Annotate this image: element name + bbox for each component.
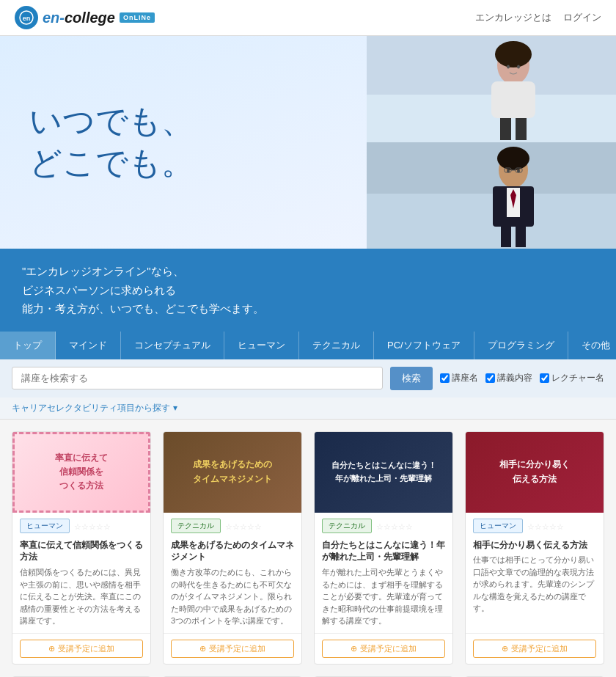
svg-rect-18 bbox=[516, 227, 526, 247]
header-nav: エンカレッジとは ログイン bbox=[475, 11, 601, 24]
logo-area: en en-college OnLINe bbox=[15, 6, 155, 29]
nav-tab-human[interactable]: ヒューマン bbox=[224, 332, 299, 359]
course-action-4: 受講予定に追加 bbox=[466, 633, 604, 664]
nav-tab-top[interactable]: トップ bbox=[0, 332, 56, 359]
hero-tagline: いつでも、 どこでも。 bbox=[29, 100, 337, 184]
course-desc-2: 働き方改革のためにも、これからの時代を生きるためにも不可欠なのがタイムマネジメン… bbox=[171, 566, 294, 627]
svg-rect-6 bbox=[500, 118, 511, 140]
course-thumb-text-4: 相手に分かり易く伝える方法 bbox=[499, 458, 570, 486]
course-badge-1: ヒューマン bbox=[20, 519, 70, 533]
search-option-lecture[interactable]: レクチャー名 bbox=[540, 372, 604, 384]
course-stars-3: ☆☆☆☆☆ bbox=[376, 522, 413, 532]
search-option-course[interactable]: 講座名 bbox=[440, 372, 478, 384]
hero-right bbox=[367, 36, 616, 249]
hero-image-woman bbox=[367, 36, 616, 142]
add-button-4[interactable]: 受講予定に追加 bbox=[473, 640, 596, 658]
nav-tab-mind[interactable]: マインド bbox=[56, 332, 121, 359]
course-body-4: ヒューマン ☆☆☆☆☆ 相手に分かり易く伝える方法 仕事では相手にとって分かり易… bbox=[466, 513, 604, 633]
hero-section: いつでも、 どこでも。 bbox=[0, 36, 616, 249]
svg-point-9 bbox=[507, 65, 510, 69]
svg-rect-17 bbox=[501, 227, 511, 247]
course-card-3: 自分たちとはこんなに違う！年が離れた上司・先輩理解 テクニカル ☆☆☆☆☆ 自分… bbox=[314, 431, 453, 665]
course-body-1: ヒューマン ☆☆☆☆☆ 率直に伝えて信頼関係をつくる方法 信頼関係をつくるために… bbox=[12, 513, 150, 633]
add-button-1[interactable]: 受講予定に追加 bbox=[20, 640, 143, 658]
banner-text: "エンカレッジオンライン"なら、 ビジネスパーソンに求められる 能力・考え方が、… bbox=[22, 262, 594, 318]
logo-icon: en bbox=[15, 6, 38, 29]
chevron-down-icon: ▾ bbox=[173, 403, 177, 413]
add-button-2[interactable]: 受講予定に追加 bbox=[171, 640, 294, 658]
course-thumb-text-2: 成果をあげるためのタイムマネジメント bbox=[193, 458, 272, 486]
course-desc-4: 仕事では相手にとって分かり易い口語や文章での論理的な表現方法が求められます。先輩… bbox=[473, 554, 596, 626]
course-stars-4: ☆☆☆☆☆ bbox=[527, 522, 564, 532]
career-filter[interactable]: キャリアセレクタビリティ項目から探す ▾ bbox=[0, 398, 616, 420]
course-card-1: 率直に伝えて信頼関係をつくる方法 ヒューマン ☆☆☆☆☆ 率直に伝えて信頼関係を… bbox=[12, 431, 151, 665]
course-body-2: テクニカル ☆☆☆☆☆ 成果をあげるためのタイムマネジメント 働き方改革のために… bbox=[164, 513, 301, 633]
svg-point-10 bbox=[517, 65, 520, 69]
search-option-content[interactable]: 講義内容 bbox=[485, 372, 532, 384]
course-badge-2: テクニカル bbox=[171, 519, 221, 533]
course-stars-1: ☆☆☆☆☆ bbox=[74, 522, 111, 532]
badge-row-1: ヒューマン ☆☆☆☆☆ bbox=[20, 519, 143, 536]
nav-tab-conceptual[interactable]: コンセプチュアル bbox=[121, 332, 224, 359]
course-thumb-text-1: 率直に伝えて信頼関係をつくる方法 bbox=[55, 451, 108, 494]
search-area: 検索 講座名 講義内容 レクチャー名 bbox=[0, 359, 616, 398]
course-title-3: 自分たちとはこんなに違う！年が離れた上司・先輩理解 bbox=[322, 539, 445, 564]
add-button-3[interactable]: 受講予定に追加 bbox=[322, 640, 445, 658]
search-input[interactable] bbox=[12, 367, 383, 389]
search-button[interactable]: 検索 bbox=[390, 367, 433, 390]
course-title-4: 相手に分かり易く伝える方法 bbox=[473, 539, 596, 552]
badge-row-2: テクニカル ☆☆☆☆☆ bbox=[171, 519, 294, 536]
course-thumb-1: 率直に伝えて信頼関係をつくる方法 bbox=[12, 432, 150, 513]
nav-tab-programming[interactable]: プログラミング bbox=[474, 332, 568, 359]
nav-tab-pc[interactable]: PC/ソフトウェア bbox=[374, 332, 474, 359]
career-filter-label: キャリアセレクタビリティ項目から探す bbox=[12, 402, 170, 414]
course-action-1: 受講予定に追加 bbox=[12, 633, 150, 664]
badge-row-4: ヒューマン ☆☆☆☆☆ bbox=[473, 519, 596, 536]
search-options: 講座名 講義内容 レクチャー名 bbox=[440, 372, 604, 384]
badge-row-3: テクニカル ☆☆☆☆☆ bbox=[322, 519, 445, 536]
svg-point-19 bbox=[497, 147, 529, 170]
course-title-2: 成果をあげるためのタイムマネジメント bbox=[171, 539, 294, 564]
nav-tab-technical[interactable]: テクニカル bbox=[299, 332, 374, 359]
hero-image-man bbox=[367, 142, 616, 249]
svg-point-8 bbox=[495, 41, 532, 67]
blue-banner: "エンカレッジオンライン"なら、 ビジネスパーソンに求められる 能力・考え方が、… bbox=[0, 249, 616, 332]
course-card-4: 相手に分かり易く伝える方法 ヒューマン ☆☆☆☆☆ 相手に分かり易く伝える方法 … bbox=[465, 431, 604, 665]
svg-rect-5 bbox=[491, 81, 535, 118]
header: en en-college OnLINe エンカレッジとは ログイン bbox=[0, 0, 616, 36]
course-badge-4: ヒューマン bbox=[473, 519, 523, 533]
course-thumb-2: 成果をあげるためのタイムマネジメント bbox=[164, 432, 301, 513]
nav-tab-other[interactable]: その他 bbox=[568, 332, 616, 359]
course-badge-3: テクニカル bbox=[322, 519, 372, 533]
nav-tabs: トップ マインド コンセプチュアル ヒューマン テクニカル PC/ソフトウェア … bbox=[0, 332, 616, 359]
course-card-2: 成果をあげるためのタイムマネジメント テクニカル ☆☆☆☆☆ 成果をあげるための… bbox=[163, 431, 302, 665]
online-badge: OnLINe bbox=[120, 12, 155, 23]
course-thumb-3: 自分たちとはこんなに違う！年が離れた上司・先輩理解 bbox=[315, 432, 452, 513]
course-thumb-text-3: 自分たちとはこんなに違う！年が離れた上司・先輩理解 bbox=[331, 459, 436, 485]
course-body-3: テクニカル ☆☆☆☆☆ 自分たちとはこんなに違う！年が離れた上司・先輩理解 年が… bbox=[315, 513, 452, 633]
logo-text: en-college bbox=[43, 10, 115, 26]
course-thumb-4: 相手に分かり易く伝える方法 bbox=[466, 432, 604, 513]
hero-left: いつでも、 どこでも。 bbox=[0, 36, 367, 249]
course-action-3: 受講予定に追加 bbox=[315, 633, 452, 664]
course-title-1: 率直に伝えて信頼関係をつくる方法 bbox=[20, 539, 143, 564]
nav-about-link[interactable]: エンカレッジとは bbox=[475, 11, 551, 24]
svg-rect-7 bbox=[516, 118, 527, 140]
svg-text:en: en bbox=[23, 15, 31, 22]
course-desc-3: 年が離れた上司や先輩とうまくやるためには、まず相手を理解することが必要です。先輩… bbox=[322, 566, 445, 627]
nav-login-link[interactable]: ログイン bbox=[563, 11, 601, 24]
course-grid: 率直に伝えて信頼関係をつくる方法 ヒューマン ☆☆☆☆☆ 率直に伝えて信頼関係を… bbox=[0, 420, 616, 678]
course-desc-1: 信頼関係をつくるためには、異見や主張の前に、思いや感情を相手に伝えることが先決。… bbox=[20, 566, 143, 627]
svg-rect-12 bbox=[367, 194, 616, 249]
course-action-2: 受講予定に追加 bbox=[164, 633, 301, 664]
course-stars-2: ☆☆☆☆☆ bbox=[225, 522, 262, 532]
